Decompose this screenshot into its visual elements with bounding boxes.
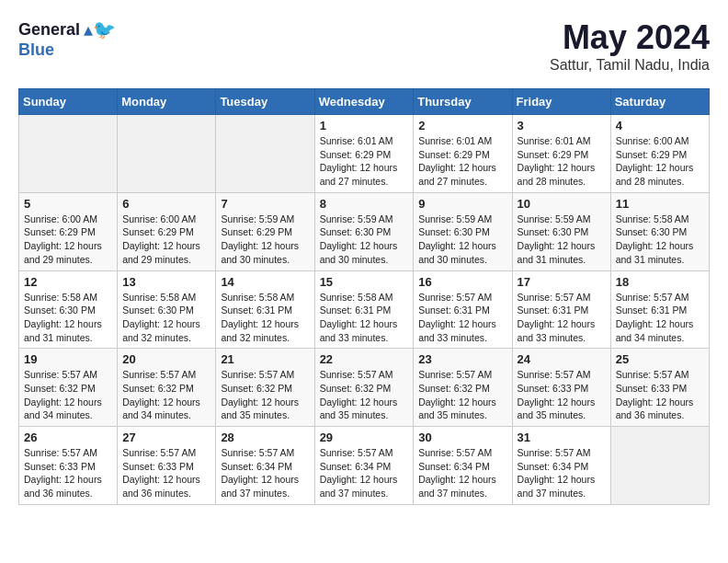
logo: General ▴🐦 Blue [18,18,116,60]
table-row: 29Sunrise: 5:57 AM Sunset: 6:34 PM Dayli… [314,427,414,505]
table-row: 9Sunrise: 5:59 AM Sunset: 6:30 PM Daylig… [414,192,512,270]
table-row: 19Sunrise: 5:57 AM Sunset: 6:32 PM Dayli… [19,349,118,427]
title-block: May 2024 Sattur, Tamil Nadu, India [550,18,710,74]
table-row: 14Sunrise: 5:58 AM Sunset: 6:31 PM Dayli… [216,270,314,349]
header-tuesday: Tuesday [216,89,314,115]
table-row [610,427,709,505]
location-title: Sattur, Tamil Nadu, India [550,57,710,74]
day-number: 13 [122,275,210,289]
table-row: 17Sunrise: 5:57 AM Sunset: 6:31 PM Dayli… [512,270,610,349]
day-info: Sunrise: 6:01 AM Sunset: 6:29 PM Dayligh… [518,134,606,189]
table-row: 25Sunrise: 5:57 AM Sunset: 6:33 PM Dayli… [610,349,709,427]
calendar-week-3: 12Sunrise: 5:58 AM Sunset: 6:30 PM Dayli… [19,270,710,349]
day-info: Sunrise: 6:00 AM Sunset: 6:29 PM Dayligh… [24,213,112,267]
day-info: Sunrise: 5:57 AM Sunset: 6:33 PM Dayligh… [518,368,606,422]
header-monday: Monday [118,89,216,115]
calendar-week-5: 26Sunrise: 5:57 AM Sunset: 6:33 PM Dayli… [19,427,710,505]
day-number: 8 [320,197,409,211]
day-number: 6 [122,197,210,211]
day-number: 16 [418,275,506,289]
table-row [216,115,314,193]
day-info: Sunrise: 5:59 AM Sunset: 6:30 PM Dayligh… [518,213,606,267]
day-info: Sunrise: 5:57 AM Sunset: 6:32 PM Dayligh… [418,368,506,422]
day-number: 11 [616,197,704,211]
table-row: 10Sunrise: 5:59 AM Sunset: 6:30 PM Dayli… [512,192,610,270]
day-info: Sunrise: 5:57 AM Sunset: 6:34 PM Dayligh… [221,446,309,500]
day-info: Sunrise: 5:58 AM Sunset: 6:30 PM Dayligh… [24,291,112,345]
day-info: Sunrise: 5:57 AM Sunset: 6:33 PM Dayligh… [616,368,704,422]
table-row [118,115,216,193]
table-row: 5Sunrise: 6:00 AM Sunset: 6:29 PM Daylig… [19,192,118,270]
table-row: 18Sunrise: 5:57 AM Sunset: 6:31 PM Dayli… [610,270,709,349]
day-number: 26 [24,431,112,444]
day-number: 3 [518,119,606,132]
day-number: 12 [24,275,112,289]
day-info: Sunrise: 6:01 AM Sunset: 6:29 PM Dayligh… [320,134,409,189]
day-number: 28 [221,431,309,444]
day-info: Sunrise: 5:57 AM Sunset: 6:34 PM Dayligh… [418,446,506,500]
table-row: 30Sunrise: 5:57 AM Sunset: 6:34 PM Dayli… [414,427,512,505]
day-info: Sunrise: 6:01 AM Sunset: 6:29 PM Dayligh… [418,134,506,189]
day-info: Sunrise: 5:57 AM Sunset: 6:32 PM Dayligh… [221,368,309,422]
table-row: 11Sunrise: 5:58 AM Sunset: 6:30 PM Dayli… [610,192,709,270]
page-header: General ▴🐦 Blue May 2024 Sattur, Tamil N… [18,18,710,74]
table-row [19,115,118,193]
logo-blue: Blue [18,40,54,59]
day-info: Sunrise: 5:57 AM Sunset: 6:34 PM Dayligh… [320,446,409,500]
day-info: Sunrise: 5:58 AM Sunset: 6:31 PM Dayligh… [320,291,409,345]
day-info: Sunrise: 5:57 AM Sunset: 6:31 PM Dayligh… [518,291,606,345]
day-number: 27 [122,431,210,444]
day-number: 7 [221,197,309,211]
logo-bird-icon: ▴🐦 [84,18,116,40]
day-number: 24 [518,352,606,366]
day-number: 21 [221,352,309,366]
table-row: 26Sunrise: 5:57 AM Sunset: 6:33 PM Dayli… [19,427,118,505]
table-row: 22Sunrise: 5:57 AM Sunset: 6:32 PM Dayli… [314,349,414,427]
table-row: 6Sunrise: 6:00 AM Sunset: 6:29 PM Daylig… [118,192,216,270]
calendar-week-2: 5Sunrise: 6:00 AM Sunset: 6:29 PM Daylig… [19,192,710,270]
day-number: 9 [418,197,506,211]
day-number: 14 [221,275,309,289]
day-info: Sunrise: 5:57 AM Sunset: 6:32 PM Dayligh… [320,368,409,422]
day-number: 1 [320,119,409,132]
day-info: Sunrise: 5:58 AM Sunset: 6:30 PM Dayligh… [122,291,210,345]
header-saturday: Saturday [610,89,709,115]
table-row: 16Sunrise: 5:57 AM Sunset: 6:31 PM Dayli… [414,270,512,349]
table-row: 28Sunrise: 5:57 AM Sunset: 6:34 PM Dayli… [216,427,314,505]
day-number: 30 [418,431,506,444]
table-row: 31Sunrise: 5:57 AM Sunset: 6:34 PM Dayli… [512,427,610,505]
day-number: 23 [418,352,506,366]
calendar-week-4: 19Sunrise: 5:57 AM Sunset: 6:32 PM Dayli… [19,349,710,427]
table-row: 2Sunrise: 6:01 AM Sunset: 6:29 PM Daylig… [414,115,512,193]
table-row: 21Sunrise: 5:57 AM Sunset: 6:32 PM Dayli… [216,349,314,427]
table-row: 12Sunrise: 5:58 AM Sunset: 6:30 PM Dayli… [19,270,118,349]
logo-general: General [18,20,80,40]
day-info: Sunrise: 5:59 AM Sunset: 6:29 PM Dayligh… [221,213,309,267]
day-info: Sunrise: 6:00 AM Sunset: 6:29 PM Dayligh… [122,213,210,267]
day-number: 18 [616,275,704,289]
day-info: Sunrise: 5:59 AM Sunset: 6:30 PM Dayligh… [418,213,506,267]
day-number: 10 [518,197,606,211]
day-info: Sunrise: 5:57 AM Sunset: 6:31 PM Dayligh… [616,291,704,345]
day-info: Sunrise: 5:57 AM Sunset: 6:32 PM Dayligh… [122,368,210,422]
table-row: 20Sunrise: 5:57 AM Sunset: 6:32 PM Dayli… [118,349,216,427]
table-row: 27Sunrise: 5:57 AM Sunset: 6:33 PM Dayli… [118,427,216,505]
day-number: 2 [418,119,506,132]
table-row: 1Sunrise: 6:01 AM Sunset: 6:29 PM Daylig… [314,115,414,193]
table-row: 23Sunrise: 5:57 AM Sunset: 6:32 PM Dayli… [414,349,512,427]
day-number: 17 [518,275,606,289]
table-row: 24Sunrise: 5:57 AM Sunset: 6:33 PM Dayli… [512,349,610,427]
day-info: Sunrise: 5:57 AM Sunset: 6:32 PM Dayligh… [24,368,112,422]
day-number: 5 [24,197,112,211]
day-info: Sunrise: 5:59 AM Sunset: 6:30 PM Dayligh… [320,213,409,267]
day-info: Sunrise: 5:57 AM Sunset: 6:33 PM Dayligh… [24,446,112,500]
header-thursday: Thursday [414,89,512,115]
header-sunday: Sunday [19,89,118,115]
table-row: 13Sunrise: 5:58 AM Sunset: 6:30 PM Dayli… [118,270,216,349]
day-info: Sunrise: 6:00 AM Sunset: 6:29 PM Dayligh… [616,134,704,189]
day-number: 15 [320,275,409,289]
day-info: Sunrise: 5:57 AM Sunset: 6:31 PM Dayligh… [418,291,506,345]
day-info: Sunrise: 5:58 AM Sunset: 6:30 PM Dayligh… [616,213,704,267]
day-number: 19 [24,352,112,366]
day-number: 31 [518,431,606,444]
